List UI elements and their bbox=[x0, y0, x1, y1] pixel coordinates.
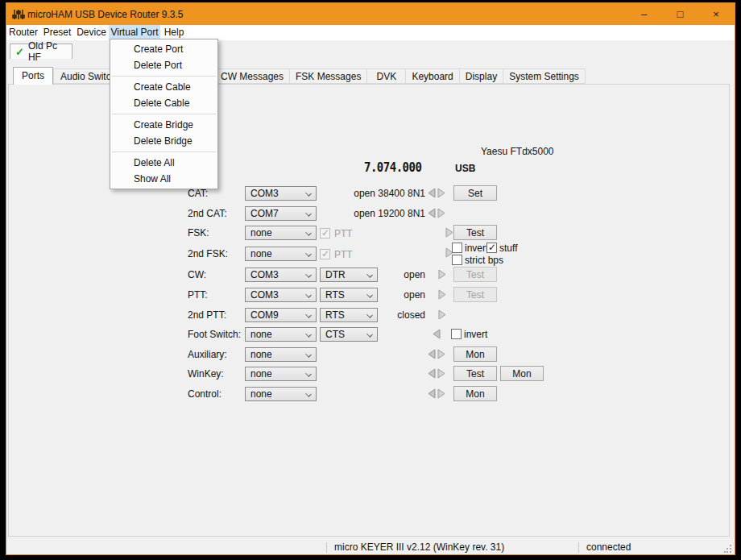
menu-preset[interactable]: Preset bbox=[40, 25, 74, 40]
footswitch-port-select[interactable]: none bbox=[245, 327, 317, 342]
menu-router[interactable]: Router bbox=[6, 25, 40, 40]
tab-strip: CW Messages FSK Messages DVK Keyboard Di… bbox=[214, 68, 586, 84]
chevron-down-icon bbox=[305, 371, 312, 377]
fsk2-strict-bps-checkbox[interactable] bbox=[452, 255, 462, 265]
fsk2-port-value: none bbox=[250, 248, 272, 259]
device-info-status: micro KEYER III v2.12 (WinKey rev. 31) bbox=[334, 541, 504, 554]
winkey-mon-button[interactable]: Mon bbox=[500, 366, 544, 381]
minimize-button[interactable]: – bbox=[626, 3, 662, 25]
winkey-port-select[interactable]: none bbox=[245, 367, 317, 381]
menu-item-delete-bridge[interactable]: Delete Bridge bbox=[110, 133, 217, 149]
maximize-icon: □ bbox=[677, 8, 684, 20]
cat-port-select[interactable]: COM3 bbox=[245, 186, 317, 201]
tx-indicator-icon bbox=[437, 368, 445, 379]
cat2-port-value: COM7 bbox=[250, 208, 279, 219]
fsk2-invert-checkbox[interactable] bbox=[452, 243, 462, 253]
fsk2-strict-bps-label: strict bps bbox=[465, 255, 503, 266]
fsk2-invert-label: invert bbox=[465, 243, 488, 254]
ptt-label: PTT: bbox=[188, 288, 208, 302]
tx-indicator-icon bbox=[437, 349, 445, 359]
menu-item-create-cable[interactable]: Create Cable bbox=[110, 79, 217, 95]
fsk-test-button[interactable]: Test bbox=[453, 225, 497, 240]
chevron-down-icon bbox=[305, 292, 312, 298]
footswitch-invert-checkbox[interactable] bbox=[451, 329, 462, 339]
fsk-port-value: none bbox=[250, 227, 272, 239]
tab-display[interactable]: Display bbox=[460, 68, 503, 84]
fsk2-port-select[interactable]: none bbox=[245, 247, 317, 261]
tab-dvk[interactable]: DVK bbox=[367, 68, 406, 84]
cat2-port-select[interactable]: COM7 bbox=[245, 206, 317, 221]
tx-indicator-icon bbox=[438, 289, 446, 300]
chevron-down-icon bbox=[305, 351, 312, 358]
tx-indicator-icon bbox=[438, 269, 446, 280]
menu-item-create-bridge[interactable]: Create Bridge bbox=[110, 117, 217, 133]
rx-indicator-icon bbox=[433, 329, 441, 339]
ptt2-label: 2nd PTT: bbox=[188, 308, 226, 322]
tx-indicator-icon bbox=[438, 309, 446, 320]
chevron-down-icon bbox=[305, 331, 312, 338]
control-port-value: none bbox=[250, 388, 272, 400]
cw-port-select[interactable]: COM3 bbox=[245, 268, 317, 282]
tab-fsk-messages[interactable]: FSK Messages bbox=[290, 68, 367, 84]
tab-ports[interactable]: Ports bbox=[13, 67, 53, 85]
virtual-port-menu: Create Port Delete Port Create Cable Del… bbox=[110, 39, 218, 189]
ptt-test-button: Test bbox=[453, 287, 497, 302]
ptt2-port-value: COM9 bbox=[250, 309, 279, 321]
winkey-port-value: none bbox=[250, 368, 272, 380]
screen: microHAM USB Device Router 9.3.5 – □ × R… bbox=[0, 0, 741, 560]
cw-test-button: Test bbox=[453, 267, 497, 282]
fsk2-stuff-checkbox[interactable] bbox=[486, 243, 497, 253]
tab-cw-messages[interactable]: CW Messages bbox=[214, 68, 290, 84]
cw-label: CW: bbox=[188, 268, 206, 282]
tab-keyboard[interactable]: Keyboard bbox=[406, 68, 459, 84]
cat-status: open 38400 8N1 bbox=[345, 186, 425, 201]
cw-port-value: COM3 bbox=[250, 269, 279, 280]
auxiliary-port-select[interactable]: none bbox=[245, 347, 317, 362]
ptt2-port-select[interactable]: COM9 bbox=[245, 308, 317, 322]
fsk-port-select[interactable]: none bbox=[245, 226, 317, 240]
tab-system-settings[interactable]: System Settings bbox=[503, 68, 586, 84]
control-mon-button[interactable]: Mon bbox=[453, 386, 497, 401]
preset-check-icon: ✓ bbox=[15, 46, 24, 58]
menu-item-create-port[interactable]: Create Port bbox=[110, 41, 217, 57]
tx-indicator-icon bbox=[437, 208, 445, 218]
frequency-display: 7.074.000 bbox=[364, 160, 421, 174]
menu-device[interactable]: Device bbox=[74, 25, 109, 40]
tx-indicator-icon bbox=[437, 388, 445, 399]
chevron-down-icon bbox=[305, 312, 312, 318]
control-label: Control: bbox=[188, 387, 221, 401]
cat-set-button[interactable]: Set bbox=[453, 185, 497, 201]
fsk2-ptt-label: PTT bbox=[334, 249, 353, 260]
statusbar-separator bbox=[578, 542, 579, 553]
preset-tab-old-pc-hf[interactable]: ✓ Old Pc HF bbox=[10, 44, 72, 59]
fsk-label: FSK: bbox=[188, 226, 209, 240]
ptt2-status: closed bbox=[345, 308, 425, 322]
ptt-status: open bbox=[345, 288, 425, 302]
auxiliary-mon-button[interactable]: Mon bbox=[453, 346, 497, 362]
menu-item-delete-cable[interactable]: Delete Cable bbox=[110, 95, 217, 111]
menu-item-delete-port[interactable]: Delete Port bbox=[110, 57, 217, 73]
menu-separator bbox=[112, 114, 216, 114]
chevron-down-icon bbox=[366, 331, 373, 338]
ptt-port-select[interactable]: COM3 bbox=[245, 288, 317, 302]
resize-grip[interactable] bbox=[724, 545, 732, 553]
minimize-icon: – bbox=[641, 8, 647, 20]
cat2-status: open 19200 8N1 bbox=[345, 206, 425, 221]
close-button[interactable]: × bbox=[698, 3, 734, 25]
status-bar: micro KEYER III v2.12 (WinKey rev. 31) c… bbox=[6, 541, 735, 554]
mode-display: USB bbox=[455, 163, 475, 174]
radio-model-label: Yaesu FTdx5000 bbox=[481, 146, 554, 157]
footswitch-signal-select[interactable]: CTS bbox=[320, 327, 378, 342]
control-port-select[interactable]: none bbox=[245, 387, 317, 401]
menu-item-delete-all[interactable]: Delete All bbox=[110, 155, 217, 171]
winkey-test-button[interactable]: Test bbox=[453, 366, 497, 381]
fsk-ptt-label: PTT bbox=[334, 228, 353, 239]
maximize-button[interactable]: □ bbox=[662, 3, 698, 25]
fsk2-label: 2nd FSK: bbox=[188, 247, 228, 261]
footswitch-invert-label: invert bbox=[464, 329, 487, 340]
footswitch-label: Foot Switch: bbox=[188, 327, 241, 342]
menu-separator bbox=[112, 151, 216, 152]
menu-item-show-all[interactable]: Show All bbox=[110, 171, 217, 187]
rx-indicator-icon bbox=[428, 188, 436, 198]
auxiliary-port-value: none bbox=[250, 349, 272, 360]
